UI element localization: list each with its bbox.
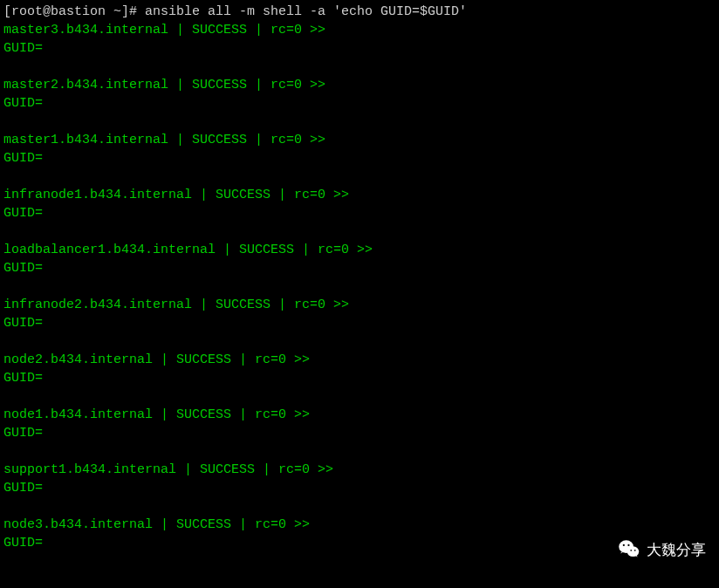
host-guid-line: GUID= [3,534,716,552]
host-guid-line: GUID= [3,204,716,222]
host-status-line: loadbalancer1.b434.internal | SUCCESS | … [3,241,716,259]
host-guid-line: GUID= [3,369,716,387]
watermark: 大魏分享 [617,537,706,562]
svg-point-4 [630,550,632,551]
svg-point-2 [623,544,625,546]
svg-point-3 [627,544,629,546]
wechat-icon [617,537,641,562]
blank-line [3,387,716,406]
host-guid-line: GUID= [3,314,716,332]
watermark-text: 大魏分享 [647,541,706,559]
blank-line [3,442,716,461]
host-guid-line: GUID= [3,39,716,58]
command-prompt: [root@bastion ~]# ansible all -m shell -… [3,3,716,21]
host-status-line: infranode2.b434.internal | SUCCESS | rc=… [3,296,716,314]
host-status-line: master2.b434.internal | SUCCESS | rc=0 >… [3,76,716,94]
host-status-line: node2.b434.internal | SUCCESS | rc=0 >> [3,351,716,369]
host-guid-line: GUID= [3,479,716,497]
blank-line [3,332,716,351]
svg-point-5 [634,550,636,551]
blank-line [3,222,716,241]
blank-line [3,58,716,76]
blank-line [3,168,716,186]
host-guid-line: GUID= [3,149,716,168]
blank-line [3,497,716,516]
terminal-output: master3.b434.internal | SUCCESS | rc=0 >… [3,21,716,552]
host-guid-line: GUID= [3,424,716,442]
host-guid-line: GUID= [3,259,716,277]
host-status-line: node3.b434.internal | SUCCESS | rc=0 >> [3,516,716,534]
host-guid-line: GUID= [3,94,716,113]
blank-line [3,113,716,131]
svg-point-1 [627,546,639,557]
host-status-line: support1.b434.internal | SUCCESS | rc=0 … [3,461,716,479]
host-status-line: master1.b434.internal | SUCCESS | rc=0 >… [3,131,716,149]
host-status-line: master3.b434.internal | SUCCESS | rc=0 >… [3,21,716,39]
blank-line [3,277,716,296]
host-status-line: node1.b434.internal | SUCCESS | rc=0 >> [3,406,716,424]
host-status-line: infranode1.b434.internal | SUCCESS | rc=… [3,186,716,204]
